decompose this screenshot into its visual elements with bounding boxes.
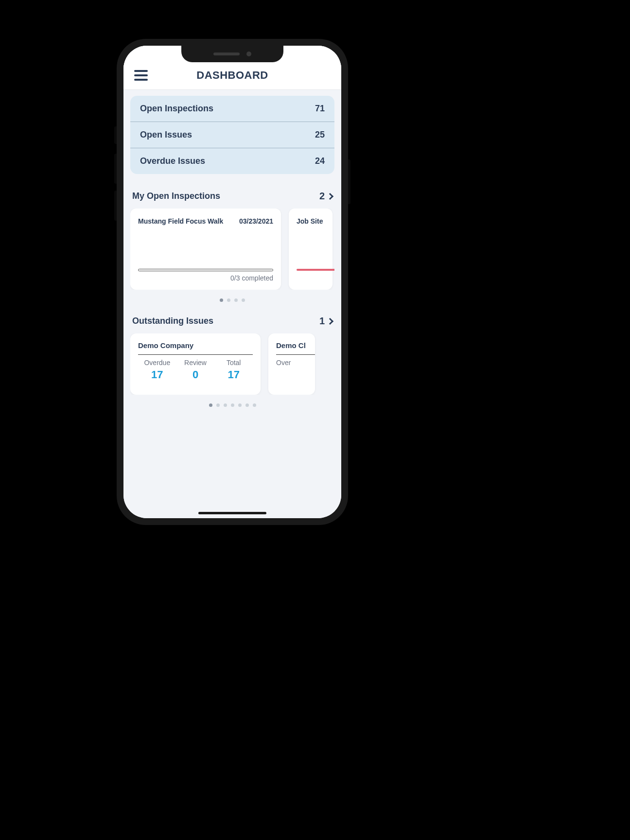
inspection-card[interactable]: Mustang Field Focus Walk 03/23/2021 0/3 … <box>130 209 281 290</box>
stat-value: 25 <box>315 130 325 140</box>
inspection-name: Job Site <box>297 217 323 225</box>
section-count: 2 <box>319 191 325 202</box>
carousel-pager <box>130 298 334 302</box>
stat-row-open-issues[interactable]: Open Issues 25 <box>130 122 334 148</box>
app-screen: DASHBOARD Open Inspections 71 Open Issue… <box>123 46 341 518</box>
phone-notch <box>181 46 283 62</box>
progress-bar <box>138 269 273 271</box>
issue-col-value: 17 <box>214 368 253 381</box>
issue-col-value: 17 <box>138 368 176 381</box>
section-header-open-inspections[interactable]: My Open Inspections 2 <box>130 191 334 209</box>
pager-dot[interactable] <box>220 298 223 302</box>
section-title: My Open Inspections <box>132 191 220 201</box>
pager-dot[interactable] <box>242 298 245 302</box>
stat-value: 71 <box>315 104 325 114</box>
progress-text: 0/3 completed <box>138 274 273 282</box>
home-indicator[interactable] <box>198 512 266 514</box>
issues-carousel[interactable]: Demo Company Overdue 17 Review 0 <box>130 333 334 395</box>
pager-dot[interactable] <box>253 403 256 407</box>
pager-dot[interactable] <box>234 298 238 302</box>
pager-dot[interactable] <box>227 298 230 302</box>
issue-company: Demo Cl <box>276 341 315 350</box>
menu-icon[interactable] <box>134 70 148 81</box>
stat-label: Overdue Issues <box>140 156 205 166</box>
issue-col-label: Overdue <box>138 359 176 367</box>
stat-value: 24 <box>315 156 325 166</box>
section-title: Outstanding Issues <box>132 316 213 326</box>
section-count: 1 <box>319 315 325 327</box>
pager-dot[interactable] <box>224 403 227 407</box>
inspection-date: 03/23/2021 <box>239 217 273 225</box>
issue-col-label: Review <box>176 359 215 367</box>
pager-dot[interactable] <box>238 403 242 407</box>
pager-dot[interactable] <box>231 403 234 407</box>
issue-col-label: Over <box>276 359 291 367</box>
pager-dot[interactable] <box>209 403 212 407</box>
chevron-right-icon <box>327 317 333 324</box>
issue-card[interactable]: Demo Company Overdue 17 Review 0 <box>130 333 261 395</box>
summary-stats-card: Open Inspections 71 Open Issues 25 Overd… <box>130 96 334 174</box>
carousel-pager <box>130 403 334 407</box>
issue-card[interactable]: Demo Cl Over <box>268 333 315 395</box>
issue-col-value: 0 <box>176 368 215 381</box>
section-header-outstanding-issues[interactable]: Outstanding Issues 1 <box>130 315 334 333</box>
stat-row-open-inspections[interactable]: Open Inspections 71 <box>130 96 334 122</box>
inspection-name: Mustang Field Focus Walk <box>138 217 223 225</box>
issue-company: Demo Company <box>138 341 253 350</box>
pager-dot[interactable] <box>245 403 249 407</box>
inspections-carousel[interactable]: Mustang Field Focus Walk 03/23/2021 0/3 … <box>130 209 334 290</box>
progress-bar <box>297 269 334 271</box>
stat-row-overdue-issues[interactable]: Overdue Issues 24 <box>130 148 334 174</box>
inspection-card[interactable]: Job Site <box>289 209 332 290</box>
issue-col-label: Total <box>214 359 253 367</box>
page-title: DASHBOARD <box>123 69 341 82</box>
stat-label: Open Inspections <box>140 104 213 114</box>
stat-label: Open Issues <box>140 130 192 140</box>
chevron-right-icon <box>327 192 333 199</box>
phone-frame: DASHBOARD Open Inspections 71 Open Issue… <box>117 39 348 525</box>
pager-dot[interactable] <box>216 403 220 407</box>
